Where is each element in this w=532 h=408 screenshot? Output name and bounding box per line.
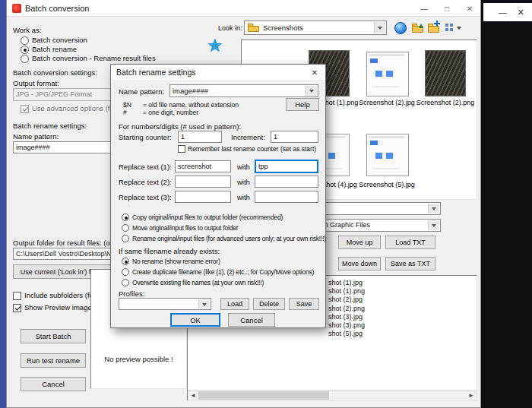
checkbox-icon bbox=[178, 145, 185, 153]
background-minimize-button[interactable]: — bbox=[499, 8, 507, 17]
with-2-label: with bbox=[237, 178, 250, 186]
checkbox-icon bbox=[21, 105, 29, 113]
move-up-button[interactable]: Move up bbox=[338, 236, 381, 249]
start-batch-button[interactable]: Start Batch bbox=[21, 329, 86, 343]
chevron-down-icon[interactable] bbox=[428, 204, 439, 213]
folder-icon bbox=[247, 23, 261, 33]
checkbox-label: Remember last rename counter (set as sta… bbox=[188, 145, 316, 153]
scroll-left-icon[interactable]: ◄ bbox=[188, 391, 198, 400]
screen: — ✕ Batch conversion — □ ✕ Work as: Batc… bbox=[0, 0, 532, 408]
pattern-hint-key: # bbox=[123, 109, 127, 116]
list-item[interactable]: shot (5).jpg bbox=[188, 330, 477, 338]
radio-icon bbox=[122, 224, 129, 232]
background-close-button[interactable]: ✕ bbox=[518, 8, 524, 17]
save-as-txt-button[interactable]: Save as TXT bbox=[385, 257, 435, 270]
radio-label: Rename original/input files (for advance… bbox=[132, 235, 326, 242]
scrollbar-thumb[interactable] bbox=[198, 391, 329, 400]
replace-text-3-label: Replace text (3): bbox=[119, 193, 172, 201]
radio-icon bbox=[21, 46, 29, 54]
radio-icon bbox=[122, 235, 129, 242]
with-2-field[interactable] bbox=[255, 176, 318, 188]
thumbnail-screenshot-5-jpg[interactable] bbox=[366, 134, 409, 176]
checkbox-icon bbox=[13, 304, 21, 312]
radio-label: Batch rename bbox=[32, 45, 77, 53]
chevron-down-icon[interactable] bbox=[306, 86, 317, 96]
name-pattern-label: Name pattern: bbox=[119, 87, 164, 96]
new-folder-icon[interactable] bbox=[427, 21, 441, 34]
batch-rename-settings-dialog: Batch rename settings ✕ Name pattern: im… bbox=[110, 64, 326, 328]
thumbnail-screenshot-2-jpg[interactable] bbox=[366, 52, 409, 96]
no-preview-message: No preview possible ! bbox=[91, 355, 186, 363]
horizontal-scrollbar[interactable]: ◄ ► bbox=[188, 390, 477, 400]
background-window-titlebar: — ✕ bbox=[483, 3, 532, 21]
load-profile-button[interactable]: Load bbox=[220, 298, 249, 310]
work-as-label: Work as: bbox=[13, 26, 41, 34]
close-button[interactable]: ✕ bbox=[460, 2, 480, 15]
name-pattern-combobox[interactable]: image#### bbox=[169, 84, 318, 97]
name-pattern-label: Name pattern: bbox=[13, 132, 59, 141]
dialog-close-icon[interactable]: ✕ bbox=[307, 66, 322, 78]
delete-profile-button[interactable]: Delete bbox=[253, 298, 285, 310]
pattern-hint-value: = one digit, number bbox=[143, 109, 198, 116]
profiles-combobox[interactable] bbox=[119, 298, 211, 310]
replace-text-1-label: Replace text (1): bbox=[119, 163, 172, 171]
radio-label: Move original/input files to output fold… bbox=[132, 224, 239, 232]
chevron-down-icon[interactable] bbox=[374, 22, 385, 33]
save-profile-button[interactable]: Save bbox=[289, 298, 319, 310]
look-in-value: Screenshots bbox=[263, 24, 303, 32]
radio-icon bbox=[122, 268, 129, 276]
look-in-combobox[interactable]: Screenshots bbox=[244, 21, 387, 35]
radio-icon bbox=[122, 279, 129, 286]
load-txt-button[interactable]: Load TXT bbox=[385, 236, 435, 249]
name-pattern-value: image#### bbox=[173, 87, 208, 95]
replace-text-2-field[interactable] bbox=[175, 176, 231, 188]
maximize-button[interactable]: □ bbox=[437, 2, 457, 15]
up-one-level-icon[interactable] bbox=[411, 21, 425, 34]
run-test-rename-button[interactable]: Run test rename bbox=[21, 353, 86, 368]
radio-label: Batch conversion bbox=[32, 36, 87, 44]
with-1-field[interactable]: tpp bbox=[255, 160, 318, 173]
increment-field[interactable]: 1 bbox=[271, 131, 318, 143]
with-3-field[interactable] bbox=[255, 191, 318, 203]
cancel-button[interactable]: Cancel bbox=[21, 377, 86, 391]
minimize-button[interactable]: — bbox=[414, 2, 434, 15]
replace-text-2-label: Replace text (2): bbox=[119, 178, 172, 186]
with-1-label: with bbox=[237, 163, 250, 171]
radio-label: Batch conversion - Rename result files bbox=[32, 54, 156, 62]
view-menu-icon[interactable] bbox=[444, 21, 462, 34]
increment-label: Increment: bbox=[231, 133, 265, 141]
help-button[interactable]: Help bbox=[286, 98, 319, 111]
move-down-button[interactable]: Move down bbox=[338, 257, 381, 270]
checkbox-icon bbox=[13, 292, 21, 300]
output-format-value: JPG - JPG/JPEG Format bbox=[16, 90, 92, 98]
output-format-label: Output format: bbox=[13, 79, 59, 87]
replace-text-3-field[interactable] bbox=[175, 191, 231, 203]
rename-settings-label: Batch rename settings: bbox=[13, 122, 87, 130]
window-title: Batch conversion bbox=[25, 4, 89, 13]
scroll-right-icon[interactable]: ► bbox=[466, 391, 477, 400]
radio-label: Create duplicate filename (like (1), (2)… bbox=[132, 268, 314, 276]
ok-button[interactable]: OK bbox=[170, 313, 220, 327]
dialog-title: Batch rename settings bbox=[116, 68, 195, 77]
starting-counter-field[interactable]: 1 bbox=[178, 131, 222, 143]
starting-counter-label: Starting counter: bbox=[119, 133, 172, 141]
radio-icon bbox=[122, 258, 129, 265]
radio-label: Copy original/input files to output fold… bbox=[132, 213, 283, 221]
thumbnail-label: Screenshot (5).jpg bbox=[352, 181, 422, 188]
conversion-settings-label: Batch conversion settings: bbox=[13, 68, 97, 77]
checkbox-label: Show Preview image bbox=[24, 303, 92, 312]
thumbnail-label: Screenshot (2).png bbox=[410, 99, 480, 106]
last-folder-icon[interactable] bbox=[394, 22, 408, 35]
chevron-down-icon[interactable] bbox=[198, 299, 210, 308]
radio-label: No rename (show rename error) bbox=[132, 258, 220, 265]
app-icon bbox=[12, 4, 21, 13]
thumbnail-screenshot-2-png[interactable] bbox=[425, 50, 466, 96]
chevron-down-icon[interactable] bbox=[428, 220, 439, 230]
modal-cancel-button[interactable]: Cancel bbox=[228, 313, 275, 327]
radio-icon bbox=[21, 36, 29, 45]
desktop-background-strip bbox=[0, 0, 6, 408]
radio-icon bbox=[21, 55, 29, 63]
profiles-label: Profiles: bbox=[119, 289, 144, 298]
look-in-label: Look in: bbox=[218, 24, 242, 32]
replace-text-1-field[interactable]: screenshot bbox=[175, 160, 231, 172]
